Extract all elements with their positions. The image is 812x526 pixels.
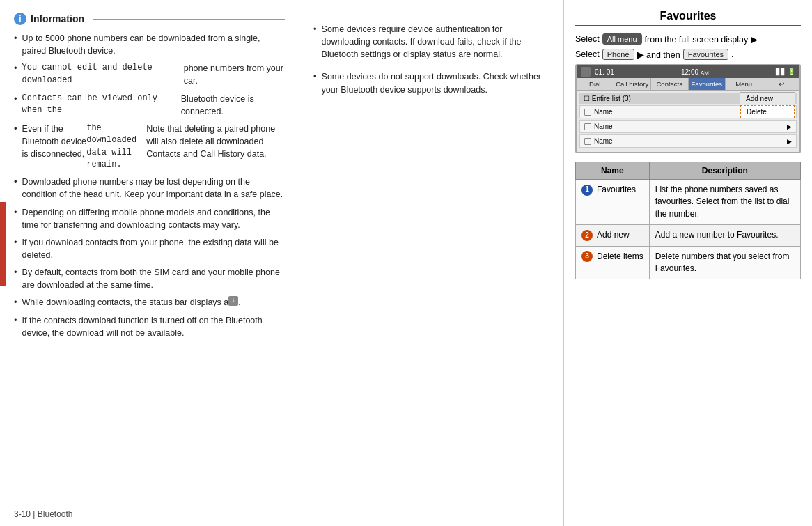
battery-icon: 🔋	[788, 68, 795, 75]
phone-screen: 01. 01 12:00 AM ▊▊ 🔋 Dial Call history C…	[575, 64, 801, 153]
list-item: You cannot edit and delete downloaded ph…	[14, 62, 285, 87]
favourites-title: Favourites	[575, 10, 801, 26]
home-icon	[581, 67, 591, 77]
list-item-text2: Bluetooth device is connected.	[181, 93, 285, 118]
list-item: Some devices do not support downloads. C…	[313, 70, 549, 95]
top-divider	[313, 13, 549, 13]
list-item: If you download contacts from your phone…	[14, 236, 285, 261]
nav-call-history[interactable]: Call history	[614, 78, 652, 90]
middle-panel: Some devices require device authenticati…	[299, 0, 564, 526]
list-item-text2: phone numbers from your car.	[184, 62, 285, 87]
phone-am: AM	[701, 70, 709, 76]
list-item-name: Name	[594, 108, 613, 116]
list-item: While downloading contacts, the status b…	[14, 296, 285, 309]
list-item-icon	[584, 138, 591, 145]
fav-instruction-2: Select Phone ▶ and then Favourites .	[575, 49, 801, 60]
list-item: Some devices require device authenticati…	[313, 23, 549, 61]
table-row: 1 Favourites List the phone numbers save…	[576, 180, 801, 225]
list-item-name: Name	[594, 137, 613, 145]
middle-bullet-list: Some devices require device authenticati…	[313, 23, 549, 96]
list-item-arrow: ▶	[787, 138, 792, 145]
phone-btn[interactable]: Phone	[602, 49, 634, 60]
nav-back[interactable]: ↩	[763, 78, 800, 90]
table-cell-desc-1: List the phone numbers saved as favourit…	[649, 180, 800, 225]
instruction-pre2: Select	[575, 49, 600, 59]
badge-3: 3	[581, 251, 593, 262]
phone-content: ☐ Entire list (3) Add new Delete Name ▶ …	[577, 91, 799, 152]
info-table: Name Description 1 Favourites List the p…	[575, 162, 801, 279]
list-item-inner: Name	[584, 137, 613, 145]
badge-2: 2	[581, 230, 593, 241]
row-1-name: Favourites	[597, 184, 636, 196]
info-title: Information	[31, 13, 84, 24]
phone-list-item-2: Name ▶	[579, 120, 797, 133]
list-item: If the contacts download function is tur…	[14, 314, 285, 339]
list-item-inner: Name	[584, 123, 613, 130]
table-header-description: Description	[649, 162, 800, 180]
instruction-pre: Select	[575, 34, 600, 44]
instruction-mid: ▶ and then	[637, 49, 680, 60]
list-item: Depending on differing mobile phone mode…	[14, 206, 285, 231]
phone-status-bar: 01. 01 12:00 AM ▊▊ 🔋	[577, 65, 799, 78]
fav-instruction-1: Select All menu from the full screen dis…	[575, 33, 801, 45]
table-cell-name: 1 Favourites	[576, 180, 650, 225]
table-cell-desc-3: Delete numbers that you select from Favo…	[649, 246, 800, 279]
list-item-arrow: ▶	[787, 123, 792, 130]
info-divider	[93, 19, 285, 20]
list-item-inner: Name	[584, 108, 613, 116]
nav-favourites[interactable]: Favourites	[689, 78, 726, 90]
right-panel: Favourites Select All menu from the full…	[564, 0, 812, 526]
entire-list-label: ☐ Entire list (3)	[584, 95, 631, 102]
list-item: Contacts can be viewed only when the Blu…	[14, 93, 285, 118]
red-tab	[0, 202, 6, 286]
name-cell: 1 Favourites	[581, 184, 643, 196]
list-item-icon	[584, 123, 591, 130]
status-icon: ↓	[228, 296, 238, 306]
list-item: Downloaded phone numbers may be lost dep…	[14, 176, 285, 201]
signal-icon: ▊▊	[776, 68, 786, 75]
phone-status-icons: ▊▊ 🔋	[776, 68, 795, 75]
dropdown-add-new[interactable]: Add new	[740, 93, 795, 105]
favourites-btn[interactable]: Favourites	[683, 49, 728, 60]
info-header: i Information	[14, 13, 285, 25]
list-item-text: Contacts can be viewed only when the	[22, 93, 181, 117]
phone-time-display: 12:00 AM	[681, 68, 709, 76]
instruction-period: .	[731, 49, 733, 59]
nav-menu[interactable]: Menu	[726, 78, 763, 90]
name-cell: 2 Add new	[581, 229, 643, 241]
row-2-name: Add new	[597, 229, 630, 241]
list-item: By default, contacts from both the SIM c…	[14, 266, 285, 291]
phone-dropdown: Add new Delete	[740, 92, 795, 118]
phone-list-item-3: Name ▶	[579, 134, 797, 148]
instruction-post: from the full screen display ▶	[645, 34, 758, 45]
left-panel: i Information Up to 5000 phone numbers c…	[0, 0, 299, 526]
table-cell-desc-2: Add a new number to Favourites.	[649, 225, 800, 246]
list-item-name: Name	[594, 123, 613, 130]
phone-status-left: 01. 01	[581, 67, 614, 77]
table-header-name: Name	[576, 162, 650, 180]
left-bullet-list: Up to 5000 phone numbers can be download…	[14, 32, 285, 339]
table-cell-name: 2 Add new	[576, 225, 650, 246]
phone-time: 12:00	[681, 68, 698, 76]
dropdown-delete[interactable]: Delete	[740, 105, 795, 118]
badge-1: 1	[581, 185, 593, 196]
mono-text: the downloaded data will remain.	[86, 123, 146, 171]
table-row: 2 Add new Add a new number to Favourites…	[576, 225, 801, 246]
row-3-name: Delete items	[597, 251, 643, 263]
all-menu-btn[interactable]: All menu	[602, 33, 642, 45]
page-number: 3-10 | Bluetooth	[14, 509, 73, 519]
list-item: Even if the Bluetooth device is disconne…	[14, 123, 285, 171]
nav-dial[interactable]: Dial	[577, 78, 614, 90]
nav-contacts[interactable]: Contacts	[651, 78, 689, 90]
table-cell-name: 3 Delete items	[576, 246, 650, 279]
table-row: 3 Delete items Delete numbers that you s…	[576, 246, 801, 279]
phone-nav: Dial Call history Contacts Favourites Me…	[577, 78, 799, 91]
info-icon: i	[14, 13, 26, 25]
name-cell: 3 Delete items	[581, 251, 643, 263]
phone-date: 01. 01	[595, 68, 614, 76]
list-item-icon	[584, 109, 591, 116]
list-item-text: You cannot edit and delete downloaded	[22, 62, 184, 86]
list-item: Up to 5000 phone numbers can be download…	[14, 32, 285, 57]
